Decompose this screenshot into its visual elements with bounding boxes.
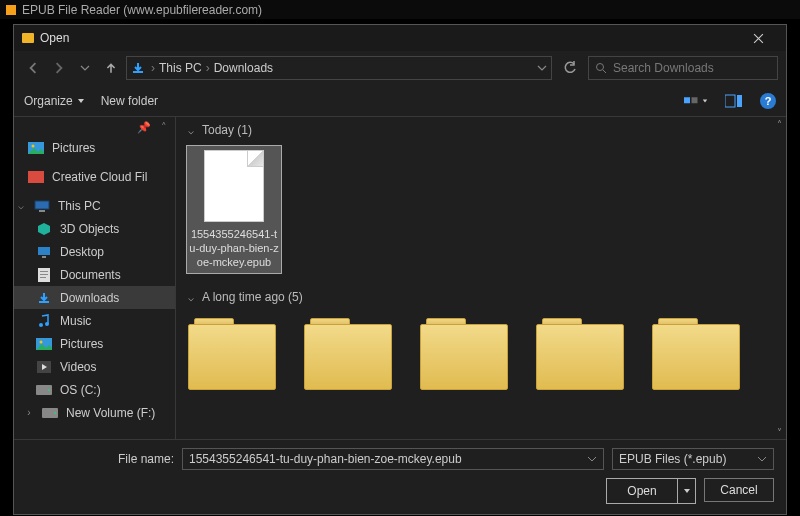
sidebar-item-label: Downloads (60, 291, 119, 305)
sidebar-item-3d-objects[interactable]: 3D Objects (14, 217, 175, 240)
scroll-down-icon[interactable]: ˅ (772, 425, 786, 439)
music-icon (36, 314, 52, 328)
cancel-label: Cancel (720, 483, 757, 497)
nav-forward-button[interactable] (48, 57, 70, 79)
svg-rect-7 (28, 171, 44, 183)
filename-label: File name: (26, 452, 174, 466)
sidebar-item-label: Music (60, 314, 91, 328)
sidebar-item-label: New Volume (F:) (66, 406, 155, 420)
open-dialog: Open › This PC › Downloads (13, 24, 787, 515)
sidebar-item-creative-cloud[interactable]: Creative Cloud Fil (14, 165, 175, 188)
app-titlebar: EPUB File Reader (www.epubfilereader.com… (0, 0, 800, 19)
search-icon (595, 62, 607, 74)
sidebar-item-new-volume[interactable]: › New Volume (F:) (14, 401, 175, 424)
dialog-body: 📌 ˄ Pictures Creative Cloud Fil ⌵ This P… (14, 117, 786, 440)
folder-item[interactable] (418, 314, 510, 392)
filename-value: 1554355246541-tu-duy-phan-bien-zoe-mckey… (189, 452, 462, 466)
file-type-select[interactable]: EPUB Files (*.epub) (612, 448, 774, 470)
pc-icon (34, 199, 50, 213)
svg-rect-9 (39, 210, 45, 212)
filename-input[interactable]: 1554355246541-tu-duy-phan-bien-zoe-mckey… (182, 448, 604, 470)
expand-icon[interactable]: › (24, 407, 34, 418)
view-mode-button[interactable] (684, 93, 708, 109)
sidebar-item-label: 3D Objects (60, 222, 119, 236)
folder-item[interactable] (302, 314, 394, 392)
back-icon (27, 62, 39, 74)
open-button[interactable]: Open (607, 479, 677, 503)
sidebar-item-label: Creative Cloud Fil (52, 170, 147, 184)
up-icon (105, 62, 117, 74)
sidebar-item-label: This PC (58, 199, 101, 213)
close-button[interactable] (738, 25, 778, 51)
scrollbar[interactable]: ˄ ˅ (772, 117, 786, 439)
breadcrumb-root[interactable]: This PC (159, 61, 202, 75)
chevron-down-icon (80, 63, 90, 73)
chevron-down-icon[interactable] (587, 454, 597, 464)
group-long-ago[interactable]: ⌵ A long time ago (5) (176, 284, 786, 308)
folder-icon (22, 33, 34, 43)
sidebar-item-music[interactable]: Music (14, 309, 175, 332)
nav-recent-button[interactable] (74, 57, 96, 79)
sidebar-item-label: Videos (60, 360, 96, 374)
svg-point-17 (45, 322, 49, 326)
group-label: A long time ago (5) (202, 290, 303, 304)
expand-icon[interactable]: ⌵ (16, 200, 26, 211)
search-placeholder: Search Downloads (613, 61, 714, 75)
sidebar-item-os-c[interactable]: OS (C:) (14, 378, 175, 401)
chevron-down-icon (77, 97, 85, 105)
open-split-button: Open (606, 478, 696, 504)
videos-icon (36, 360, 52, 374)
svg-rect-8 (35, 201, 49, 209)
app-icon (6, 5, 16, 15)
scroll-up-icon[interactable]: ˄ (772, 117, 786, 131)
file-thumb (204, 150, 264, 222)
svg-rect-14 (40, 274, 48, 275)
organize-button[interactable]: Organize (24, 94, 85, 108)
3d-icon (36, 222, 52, 236)
new-folder-button[interactable]: New folder (101, 94, 158, 108)
cc-icon (28, 170, 44, 184)
sidebar-item-label: Desktop (60, 245, 104, 259)
svg-rect-4 (737, 95, 742, 107)
svg-point-16 (39, 323, 43, 327)
sidebar-item-downloads[interactable]: Downloads (14, 286, 175, 309)
chevron-down-icon (757, 454, 767, 464)
sidebar-item-label: Pictures (52, 141, 95, 155)
preview-icon (725, 94, 743, 108)
sidebar-item-videos[interactable]: Videos (14, 355, 175, 378)
folder-item[interactable] (650, 314, 742, 392)
folder-item[interactable] (534, 314, 626, 392)
organize-label: Organize (24, 94, 73, 108)
open-dropdown-button[interactable] (677, 479, 695, 503)
cancel-button[interactable]: Cancel (704, 478, 774, 502)
search-input[interactable]: Search Downloads (588, 56, 778, 80)
sidebar-header: 📌 ˄ (14, 121, 175, 136)
downloads-icon (36, 291, 52, 305)
svg-rect-15 (40, 277, 46, 278)
pin-icon: 📌 (137, 121, 151, 134)
sidebar-item-pictures-2[interactable]: Pictures (14, 332, 175, 355)
svg-rect-10 (38, 247, 50, 255)
file-item[interactable]: 1554355246541-tu-duy-phan-bien-zoe-mckey… (186, 145, 282, 274)
preview-pane-button[interactable] (722, 93, 746, 109)
sidebar-item-documents[interactable]: Documents (14, 263, 175, 286)
group-today[interactable]: ⌵ Today (1) (176, 117, 786, 141)
help-button[interactable]: ? (760, 93, 776, 109)
sidebar-item-desktop[interactable]: Desktop (14, 240, 175, 263)
chevron-down-icon[interactable] (537, 63, 547, 73)
sidebar-item-this-pc[interactable]: ⌵ This PC (14, 194, 175, 217)
file-pane: ˄ ˅ ⌵ Today (1) 1554355246541-tu-duy-pha… (176, 117, 786, 439)
nav-up-button[interactable] (100, 57, 122, 79)
sidebar-item-pictures[interactable]: Pictures (14, 136, 175, 159)
scroll-up-icon[interactable]: ˄ (161, 121, 167, 134)
breadcrumb-folder[interactable]: Downloads (214, 61, 273, 75)
forward-icon (53, 62, 65, 74)
svg-rect-11 (42, 256, 46, 258)
new-folder-label: New folder (101, 94, 158, 108)
nav-back-button[interactable] (22, 57, 44, 79)
folder-item[interactable] (186, 314, 278, 392)
desktop-icon (36, 245, 52, 259)
refresh-button[interactable] (556, 56, 584, 80)
close-icon (753, 33, 764, 44)
address-bar[interactable]: › This PC › Downloads (126, 56, 552, 80)
